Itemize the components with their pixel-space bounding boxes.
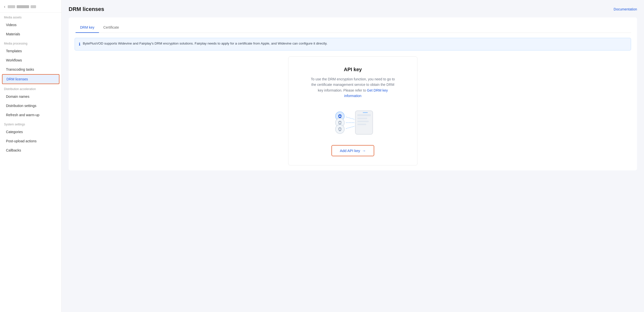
content-area: DRM keyCertificate ℹ BytePlusVOD support… bbox=[69, 18, 637, 170]
svg-line-6 bbox=[346, 117, 355, 119]
svg-rect-5 bbox=[363, 112, 368, 113]
documentation-link[interactable]: Documentation bbox=[614, 7, 637, 11]
sidebar-item-transcoding-tasks[interactable]: Transcoding tasks bbox=[2, 65, 60, 74]
sidebar-item-materials[interactable]: Materials bbox=[2, 30, 60, 39]
add-api-key-button[interactable]: Add API key → bbox=[332, 145, 374, 156]
sidebar-item-categories[interactable]: Categories bbox=[2, 127, 60, 136]
sidebar-item-domain-names[interactable]: Domain names bbox=[2, 92, 60, 101]
svg-point-12 bbox=[339, 122, 341, 123]
sidebar-item-drm-licenses[interactable]: DRM licenses bbox=[2, 74, 60, 84]
sidebar-section-undefined: System settings bbox=[0, 120, 62, 127]
add-api-key-label: Add API key bbox=[340, 149, 360, 153]
logo-block-3 bbox=[30, 5, 36, 8]
sidebar-section-undefined: Media assets bbox=[0, 13, 62, 20]
back-arrow-icon[interactable]: ‹ bbox=[4, 5, 5, 9]
tab-drm-key[interactable]: DRM key bbox=[76, 22, 99, 33]
api-key-description: To use the DRM encryption function, you … bbox=[310, 76, 395, 99]
sidebar-header: ‹ bbox=[0, 0, 62, 13]
svg-line-8 bbox=[346, 126, 355, 129]
sidebar-item-refresh-warmup[interactable]: Refresh and warm-up bbox=[2, 111, 60, 119]
api-key-title: API key bbox=[344, 67, 362, 72]
main-content: DRM licenses Documentation DRM keyCertif… bbox=[62, 0, 644, 312]
sidebar-item-workflows[interactable]: Workflows bbox=[2, 56, 60, 65]
svg-point-10 bbox=[339, 115, 341, 117]
sidebar-item-templates[interactable]: Templates bbox=[2, 47, 60, 56]
api-key-illustration bbox=[328, 106, 378, 138]
add-api-key-arrow: → bbox=[362, 149, 366, 153]
sidebar: ‹ Media assetsVideosMaterialsMedia proce… bbox=[0, 0, 62, 312]
page-header: DRM licenses Documentation bbox=[69, 6, 637, 13]
sidebar-item-distribution-settings[interactable]: Distribution settings bbox=[2, 101, 60, 110]
info-icon: ℹ bbox=[79, 41, 80, 47]
logo-block-2 bbox=[17, 5, 29, 8]
sidebar-section-undefined: Distribution acceleration bbox=[0, 84, 62, 92]
svg-rect-3 bbox=[357, 121, 369, 122]
sidebar-item-callbacks[interactable]: Callbacks bbox=[2, 146, 60, 155]
sidebar-section-undefined: Media processing bbox=[0, 39, 62, 46]
sidebar-item-post-upload-actions[interactable]: Post-upload actions bbox=[2, 137, 60, 146]
svg-rect-4 bbox=[357, 124, 366, 125]
logo bbox=[8, 5, 36, 8]
page-title: DRM licenses bbox=[69, 6, 104, 13]
sidebar-item-videos[interactable]: Videos bbox=[2, 21, 60, 29]
api-key-card: API key To use the DRM encryption functi… bbox=[288, 57, 418, 165]
tab-certificate[interactable]: Certificate bbox=[99, 22, 124, 33]
logo-block-1 bbox=[8, 5, 15, 8]
svg-rect-1 bbox=[357, 114, 371, 116]
tabs-bar: DRM keyCertificate bbox=[74, 22, 631, 33]
svg-rect-2 bbox=[357, 118, 367, 119]
info-banner-text: BytePlusVOD supports Widevine and Fairpl… bbox=[83, 41, 328, 46]
svg-point-14 bbox=[339, 128, 341, 130]
info-banner: ℹ BytePlusVOD supports Widevine and Fair… bbox=[74, 38, 631, 51]
sidebar-nav: Media assetsVideosMaterialsMedia process… bbox=[0, 13, 62, 155]
